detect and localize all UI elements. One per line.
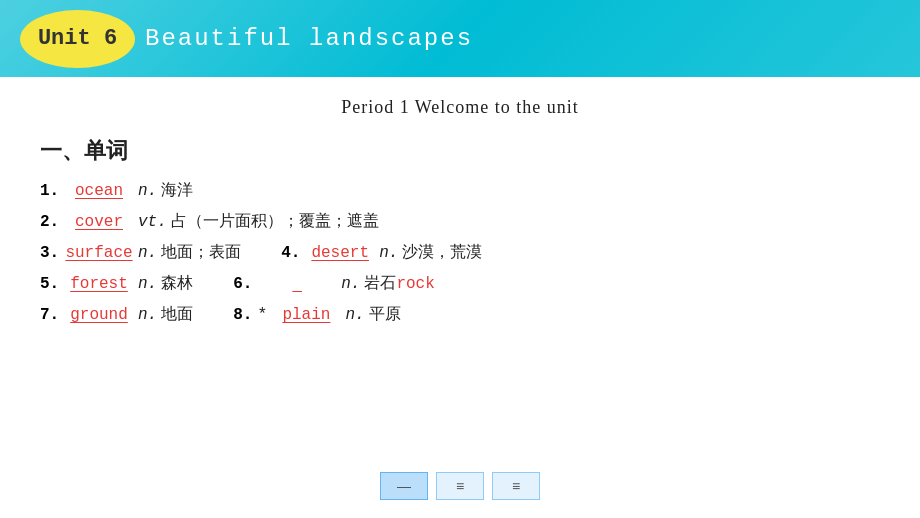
vocab-item-3: 3. surface n. 地面；表面 <box>40 242 241 263</box>
nav-btn-2[interactable]: ≡ <box>436 472 484 500</box>
nav-btn-1-label: — <box>397 478 411 494</box>
word-plain: plain <box>271 306 341 324</box>
word-ground: ground <box>64 306 134 324</box>
pos-7: n. <box>138 306 157 324</box>
pos-2: vt. <box>138 213 167 231</box>
def-5: 森林 <box>161 273 193 294</box>
word-forest: forest <box>64 275 134 293</box>
item-num-7: 7. <box>40 306 60 324</box>
def-6: 岩石rock <box>364 273 434 294</box>
item-num-8: 8. <box>233 306 253 324</box>
star-marker: * <box>257 305 267 324</box>
word-surface: surface <box>64 244 134 262</box>
vocab-row-1: 1. ocean n. 海洋 <box>40 180 880 201</box>
item-num-6: 6. <box>233 275 253 293</box>
header-title: Beautiful landscapes <box>145 25 473 52</box>
nav-btn-3-label: ≡ <box>512 478 520 494</box>
pos-1: n. <box>138 182 157 200</box>
word-desert: desert <box>305 244 375 262</box>
pos-8: n. <box>345 306 364 324</box>
word-cover: cover <box>64 213 134 231</box>
item-num-2: 2. <box>40 213 60 231</box>
vocab-row-34: 3. surface n. 地面；表面 4. desert n. 沙漠，荒漠 <box>40 242 880 263</box>
vocab-item-7: 7. ground n. 地面 <box>40 304 193 325</box>
pos-6: n. <box>341 275 360 293</box>
def-1: 海洋 <box>161 180 193 201</box>
item-num-3: 3. <box>40 244 60 262</box>
vocab-item-6: 6. n. 岩石rock <box>233 273 435 294</box>
def-7: 地面 <box>161 304 193 325</box>
def-2: 占（一片面积）；覆盖；遮盖 <box>171 211 379 232</box>
def-3: 地面；表面 <box>161 242 241 263</box>
vocab-item-8: 8. * plain n. 平原 <box>233 304 400 325</box>
rock-label: rock <box>396 275 434 293</box>
header: Unit 6 Beautiful landscapes <box>0 0 920 77</box>
vocab-item-5: 5. forest n. 森林 <box>40 273 193 294</box>
def-4: 沙漠，荒漠 <box>402 242 482 263</box>
word-rock-blank <box>257 275 337 293</box>
unit-badge: Unit 6 <box>20 10 135 68</box>
item-num-5: 5. <box>40 275 60 293</box>
pos-4: n. <box>379 244 398 262</box>
word-ocean: ocean <box>64 182 134 200</box>
vocab-row-2: 2. cover vt. 占（一片面积）；覆盖；遮盖 <box>40 211 880 232</box>
vocab-item-4: 4. desert n. 沙漠，荒漠 <box>281 242 482 263</box>
item-num-1: 1. <box>40 182 60 200</box>
bottom-navigation: — ≡ ≡ <box>380 472 540 500</box>
def-8: 平原 <box>369 304 401 325</box>
period-title: Period 1 Welcome to the unit <box>40 97 880 118</box>
nav-btn-3[interactable]: ≡ <box>492 472 540 500</box>
unit-badge-label: Unit 6 <box>38 26 117 51</box>
vocab-row-56: 5. forest n. 森林 6. n. 岩石rock <box>40 273 880 294</box>
content-area: Period 1 Welcome to the unit 一、单词 1. oce… <box>0 77 920 335</box>
pos-5: n. <box>138 275 157 293</box>
item-num-4: 4. <box>281 244 301 262</box>
vocab-row-78: 7. ground n. 地面 8. * plain n. 平原 <box>40 304 880 325</box>
nav-btn-1[interactable]: — <box>380 472 428 500</box>
pos-3: n. <box>138 244 157 262</box>
nav-btn-2-label: ≡ <box>456 478 464 494</box>
section-title: 一、单词 <box>40 136 880 166</box>
